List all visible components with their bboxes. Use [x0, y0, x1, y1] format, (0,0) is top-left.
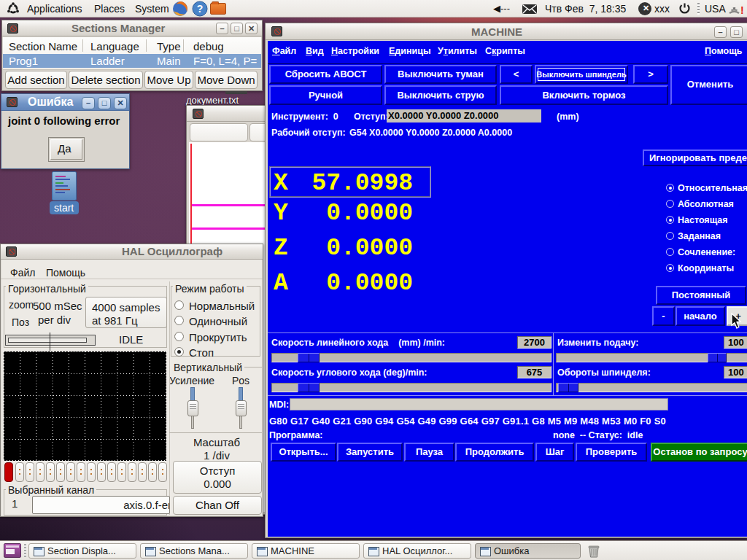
svg-text:?: ?	[197, 3, 204, 15]
svg-text:!: !	[740, 4, 743, 15]
